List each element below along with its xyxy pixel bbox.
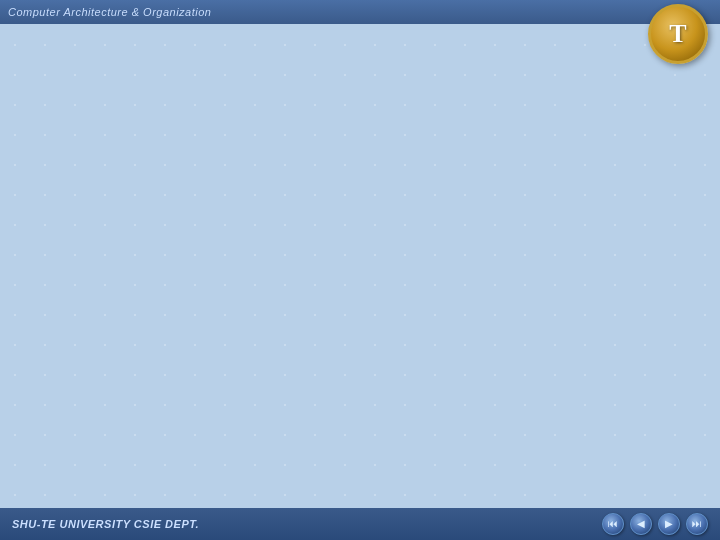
logo-letter: T <box>669 19 686 49</box>
prev-button[interactable]: ◀ <box>630 513 652 535</box>
last-icon: ⏭ <box>692 519 702 529</box>
background-pattern <box>0 0 720 540</box>
prev-icon: ◀ <box>637 519 645 529</box>
nav-buttons: ⏮ ◀ ▶ ⏭ <box>602 513 708 535</box>
footer-university-text: SHU-TE UNIVERSITY CSIE DEPT. <box>12 518 199 530</box>
logo-area: T <box>648 4 708 64</box>
footer-bar: SHU-TE UNIVERSITY CSIE DEPT. ⏮ ◀ ▶ ⏭ <box>0 508 720 540</box>
first-button[interactable]: ⏮ <box>602 513 624 535</box>
header-bar: Computer Architecture & Organization <box>0 0 720 24</box>
next-button[interactable]: ▶ <box>658 513 680 535</box>
last-button[interactable]: ⏭ <box>686 513 708 535</box>
university-logo: T <box>648 4 708 64</box>
first-icon: ⏮ <box>608 519 618 529</box>
next-icon: ▶ <box>665 519 673 529</box>
header-title: Computer Architecture & Organization <box>8 6 211 18</box>
slide-container: Computer Architecture & Organization T 第… <box>0 0 720 540</box>
